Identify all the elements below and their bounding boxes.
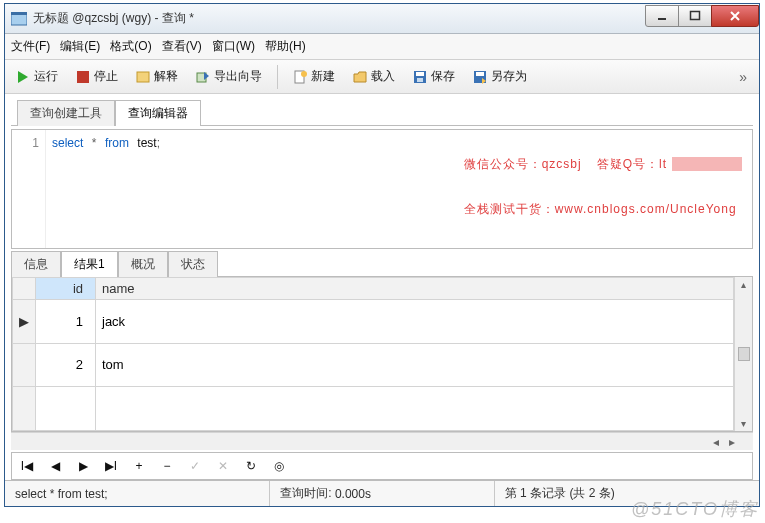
wm-qq-label: 答疑Q号：: [597, 157, 659, 171]
cell-id[interactable]: 1: [36, 300, 96, 344]
line-gutter: 1: [12, 130, 46, 248]
explain-button[interactable]: 解释: [129, 64, 185, 89]
load-button[interactable]: 载入: [346, 64, 402, 89]
col-header-id[interactable]: id: [36, 278, 96, 300]
titlebar: 无标题 @qzcsbj (wgy) - 查询 *: [5, 4, 759, 34]
tab-query-builder[interactable]: 查询创建工具: [17, 100, 115, 126]
wm-wechat-label: 微信公众号：: [464, 157, 542, 171]
menu-edit[interactable]: 编辑(E): [60, 38, 100, 55]
tab-info[interactable]: 信息: [11, 251, 61, 277]
wm-wechat-val: qzcsbj: [542, 157, 582, 171]
row-marker: [13, 343, 36, 387]
save-button[interactable]: 保存: [406, 64, 462, 89]
sql-editor[interactable]: 1 select * from test; 微信公众号：qzcsbj 答疑Q号：…: [11, 129, 753, 249]
watermark: 微信公众号：qzcsbj 答疑Q号：lt 全栈测试干货：www.cnblogs.…: [414, 130, 742, 242]
op-semi: ;: [157, 136, 160, 150]
new-icon: [293, 70, 307, 84]
svg-rect-5: [137, 72, 149, 82]
tab-profile[interactable]: 概况: [118, 251, 168, 277]
svg-rect-13: [476, 72, 484, 76]
editor-body[interactable]: 1 select * from test; 微信公众号：qzcsbj 答疑Q号：…: [12, 130, 752, 248]
folder-icon: [353, 70, 367, 84]
menubar: 文件(F) 编辑(E) 格式(O) 查看(V) 窗口(W) 帮助(H): [5, 34, 759, 60]
close-button[interactable]: [711, 5, 759, 27]
nav-prev[interactable]: ◀: [48, 459, 62, 473]
explain-icon: [136, 70, 150, 84]
run-button[interactable]: 运行: [9, 64, 65, 89]
explain-label: 解释: [154, 68, 178, 85]
window-buttons: [646, 5, 759, 27]
saveas-icon: [473, 70, 487, 84]
vertical-scrollbar[interactable]: ▴ ▾: [734, 277, 752, 431]
tab-result1[interactable]: 结果1: [61, 251, 118, 277]
toolbar: 运行 停止 解释 导出向导 新建 载入 保存 另存为: [5, 60, 759, 94]
tab-query-editor[interactable]: 查询编辑器: [115, 100, 201, 126]
source-watermark: @51CTO博客: [631, 497, 759, 521]
menu-format[interactable]: 格式(O): [110, 38, 151, 55]
menu-window[interactable]: 窗口(W): [212, 38, 255, 55]
svg-rect-2: [658, 18, 666, 20]
cell-name[interactable]: jack: [96, 300, 734, 344]
wm-redacted: [672, 157, 742, 171]
grid-wrap: id name ▶ 1 jack 2 tom: [11, 277, 753, 432]
nav-refresh[interactable]: ↻: [244, 459, 258, 473]
nav-first[interactable]: I◀: [20, 459, 34, 473]
svg-point-8: [301, 71, 307, 77]
cell-id[interactable]: 2: [36, 343, 96, 387]
tab-status[interactable]: 状态: [168, 251, 218, 277]
svg-rect-11: [417, 78, 423, 82]
status-time: 查询时间: 0.000s: [270, 481, 495, 506]
table-row[interactable]: ▶ 1 jack: [13, 300, 734, 344]
play-icon: [16, 70, 30, 84]
result-grid[interactable]: id name ▶ 1 jack 2 tom: [12, 277, 734, 431]
nav-last[interactable]: ▶I: [104, 459, 118, 473]
upper-tabstrip: 查询创建工具 查询编辑器: [11, 98, 753, 126]
svg-rect-10: [416, 72, 424, 76]
export-icon: [196, 70, 210, 84]
toolbar-separator: [277, 65, 278, 89]
op-star: *: [92, 136, 97, 150]
app-icon: [11, 12, 27, 26]
code-area[interactable]: select * from test; 微信公众号：qzcsbj 答疑Q号：lt…: [46, 130, 752, 248]
menu-help[interactable]: 帮助(H): [265, 38, 306, 55]
saveas-button[interactable]: 另存为: [466, 64, 534, 89]
toolbar-overflow-icon[interactable]: »: [739, 69, 755, 85]
new-button[interactable]: 新建: [286, 64, 342, 89]
table-row[interactable]: 2 tom: [13, 343, 734, 387]
nav-add[interactable]: +: [132, 459, 146, 473]
scroll-grip[interactable]: [738, 347, 750, 361]
line-number: 1: [32, 136, 39, 150]
app-window: 无标题 @qzcsbj (wgy) - 查询 * 文件(F) 编辑(E) 格式(…: [4, 3, 760, 507]
stop-icon: [76, 70, 90, 84]
stop-button[interactable]: 停止: [69, 64, 125, 89]
results-panel: 信息 结果1 概况 状态 id name ▶ 1 jack: [11, 251, 753, 450]
status-time-value: 0.000s: [335, 487, 371, 501]
table-row-empty: [13, 387, 734, 431]
svg-rect-1: [11, 12, 27, 15]
svg-rect-0: [11, 14, 27, 25]
menu-file[interactable]: 文件(F): [11, 38, 50, 55]
ident-table: test: [137, 136, 156, 150]
nav-cancel: ✕: [216, 459, 230, 473]
result-tabstrip: 信息 结果1 概况 状态: [11, 251, 753, 277]
maximize-button[interactable]: [678, 5, 712, 27]
nav-remove[interactable]: −: [160, 459, 174, 473]
scroll-down-icon[interactable]: ▾: [741, 418, 746, 429]
load-label: 载入: [371, 68, 395, 85]
status-time-label: 查询时间:: [280, 485, 331, 502]
export-label: 导出向导: [214, 68, 262, 85]
horizontal-scrollbar[interactable]: ◂ ▸: [11, 432, 753, 450]
cell-name[interactable]: tom: [96, 343, 734, 387]
nav-stop[interactable]: ◎: [272, 459, 286, 473]
svg-rect-4: [77, 71, 89, 83]
menu-view[interactable]: 查看(V): [162, 38, 202, 55]
scroll-up-icon[interactable]: ▴: [741, 279, 746, 290]
minimize-button[interactable]: [645, 5, 679, 27]
corner-cell: [13, 278, 36, 300]
stop-label: 停止: [94, 68, 118, 85]
record-navigator: I◀ ◀ ▶ ▶I + − ✓ ✕ ↻ ◎: [11, 452, 753, 480]
nav-next[interactable]: ▶: [76, 459, 90, 473]
export-button[interactable]: 导出向导: [189, 64, 269, 89]
saveas-label: 另存为: [491, 68, 527, 85]
col-header-name[interactable]: name: [96, 278, 734, 300]
